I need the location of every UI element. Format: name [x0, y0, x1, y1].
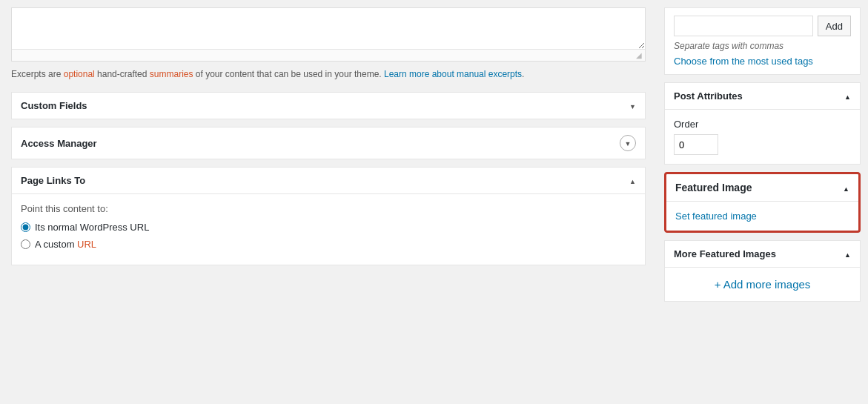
post-attributes-panel: Post Attributes Order	[664, 82, 861, 165]
excerpt-learn-more-link[interactable]: Learn more about manual excerpts	[384, 69, 522, 79]
resize-icon: ◢	[636, 51, 642, 59]
point-label: Point this content to:	[21, 203, 636, 214]
tags-choose-link[interactable]: Choose from the most used tags	[674, 56, 813, 67]
radio-normal-url[interactable]	[21, 222, 30, 232]
tags-input-row: Add	[674, 16, 851, 36]
more-images-content: + Add more images	[665, 268, 860, 301]
access-manager-header[interactable]: Access Manager	[12, 128, 645, 159]
custom-fields-header[interactable]: Custom Fields	[12, 93, 645, 119]
custom-fields-arrow	[629, 102, 636, 110]
add-images-plus: +	[715, 278, 721, 291]
access-manager-toggle-btn[interactable]	[620, 135, 636, 151]
excerpt-resize-handle: ◢	[12, 49, 645, 61]
featured-image-arrow	[843, 182, 849, 193]
featured-image-title: Featured Image	[675, 182, 752, 193]
page-links-content: Point this content to: Its normal WordPr…	[12, 194, 645, 265]
access-manager-title: Access Manager	[21, 138, 97, 149]
left-column: ◢ Excerpts are optional hand-crafted sum…	[0, 0, 657, 404]
excerpt-summaries: summaries	[150, 69, 193, 79]
more-images-title: More Featured Images	[674, 248, 776, 259]
post-attributes-content: Order	[665, 110, 860, 164]
page-links-panel: Page Links To Point this content to: Its…	[11, 167, 646, 265]
excerpt-area: ◢	[11, 7, 646, 62]
set-featured-image-link[interactable]: Set featured image	[675, 211, 757, 222]
access-manager-panel: Access Manager	[11, 127, 646, 159]
more-featured-images-panel: More Featured Images + Add more images	[664, 240, 861, 302]
right-column: Add Separate tags with commas Choose fro…	[657, 0, 868, 404]
tags-input[interactable]	[674, 16, 813, 36]
featured-image-content: Set featured image	[666, 202, 858, 231]
tags-separator-note: Separate tags with commas	[674, 41, 851, 51]
custom-fields-panel: Custom Fields	[11, 92, 646, 119]
order-input[interactable]	[674, 134, 718, 155]
post-attributes-header[interactable]: Post Attributes	[665, 83, 860, 110]
post-attributes-title: Post Attributes	[674, 90, 743, 102]
more-images-arrow	[844, 248, 851, 259]
tags-add-button[interactable]: Add	[818, 16, 851, 36]
url-highlight: URL	[77, 239, 96, 250]
add-more-images-link[interactable]: + Add more images	[715, 278, 811, 291]
excerpt-textarea[interactable]	[12, 8, 645, 49]
radio-custom-url[interactable]	[21, 239, 30, 249]
featured-image-panel: Featured Image Set featured image	[664, 172, 861, 233]
excerpt-note: Excerpts are optional hand-crafted summa…	[11, 67, 646, 81]
access-manager-arrow-icon	[625, 139, 632, 148]
add-images-label: Add more images	[723, 278, 811, 291]
radio-custom-url-label: A custom URL	[35, 239, 96, 250]
excerpt-optional: optional	[64, 69, 95, 79]
custom-fields-title: Custom Fields	[21, 100, 87, 111]
page-links-title: Page Links To	[21, 175, 85, 186]
page-links-header[interactable]: Page Links To	[12, 168, 645, 194]
post-attributes-arrow	[844, 90, 851, 102]
radio-option-1: Its normal WordPress URL	[21, 222, 636, 233]
more-images-header[interactable]: More Featured Images	[665, 241, 860, 268]
order-label: Order	[674, 119, 851, 130]
radio-option-2: A custom URL	[21, 239, 636, 250]
featured-image-header[interactable]: Featured Image	[666, 174, 858, 202]
page-links-arrow	[629, 176, 636, 185]
radio-normal-url-label: Its normal WordPress URL	[35, 222, 149, 233]
tags-area: Add Separate tags with commas Choose fro…	[664, 7, 861, 75]
